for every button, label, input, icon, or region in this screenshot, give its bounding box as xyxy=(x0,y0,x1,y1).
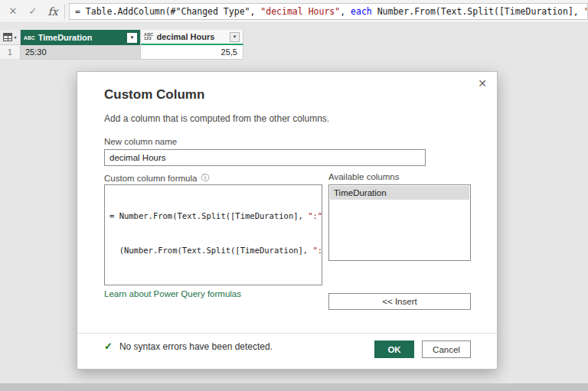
new-column-name-label: New column name xyxy=(104,137,177,146)
cancel-button[interactable]: Cancel xyxy=(422,340,471,358)
cell-timeduration[interactable]: 25:30 xyxy=(21,45,141,60)
formula-label-text: Custom column formula xyxy=(104,174,197,183)
close-icon[interactable]: ✕ xyxy=(478,77,487,90)
grid-header-row: ▾ ABC TimeDuration ▾ ABC 123 decimal Hou… xyxy=(0,30,243,45)
text-type-icon: ABC xyxy=(24,35,35,41)
commit-formula-icon[interactable]: ✓ xyxy=(23,5,43,17)
syntax-status: ✓ No syntax errors have been detected. xyxy=(104,340,273,352)
info-icon[interactable]: ⓘ xyxy=(201,172,209,184)
cell-decimal-hours[interactable]: 25,5 xyxy=(141,45,243,60)
formula-bar-divider xyxy=(64,4,65,19)
table-icon xyxy=(3,33,12,41)
corner-dropdown-icon: ▾ xyxy=(14,34,16,40)
status-check-icon: ✓ xyxy=(104,340,113,352)
ok-button[interactable]: OK xyxy=(374,340,414,358)
data-preview-grid: ▾ ABC TimeDuration ▾ ABC 123 decimal Hou… xyxy=(0,30,243,60)
new-column-name-input[interactable] xyxy=(104,149,426,166)
filter-dropdown-icon[interactable]: ▾ xyxy=(230,32,240,42)
custom-column-dialog: ✕ Custom Column Add a column that is com… xyxy=(77,71,498,370)
column-name: TimeDuration xyxy=(38,33,93,42)
any-type-icon-bottom: 123 xyxy=(144,37,154,41)
fx-icon[interactable]: fx xyxy=(43,5,63,18)
any-type-icon: ABC 123 xyxy=(144,33,154,41)
formula-bar: ✕ ✓ fx = Table.AddColumn(#"Changed Type"… xyxy=(0,0,588,23)
filter-dropdown-icon[interactable]: ▾ xyxy=(127,33,137,43)
cancel-formula-icon[interactable]: ✕ xyxy=(3,5,23,17)
dialog-title: Custom Column xyxy=(104,87,204,103)
select-all-corner[interactable]: ▾ xyxy=(0,30,21,45)
formula-input[interactable]: = Table.AddColumn(#"Changed Type", "deci… xyxy=(69,3,588,20)
custom-column-formula-editor[interactable]: = Number.From(Text.Split([TimeDuration],… xyxy=(104,184,322,285)
column-name: decimal Hours xyxy=(157,32,215,41)
footer-divider xyxy=(77,333,497,334)
formula-line: (Number.From(Text.Split([TimeDuration], … xyxy=(109,245,317,256)
window-bottom-edge xyxy=(0,383,588,391)
formula-line: = Number.From(Text.Split([TimeDuration],… xyxy=(109,210,317,222)
available-columns-list[interactable]: TimeDuration xyxy=(328,184,471,261)
learn-formulas-link[interactable]: Learn about Power Query formulas xyxy=(104,289,241,298)
insert-button[interactable]: << Insert xyxy=(328,293,471,310)
column-header-decimal-hours[interactable]: ABC 123 decimal Hours ▾ xyxy=(141,30,243,45)
dialog-subtitle: Add a column that is computed from the o… xyxy=(104,113,329,124)
list-item[interactable]: TimeDuration xyxy=(330,186,469,200)
table-row: 1 25:30 25,5 xyxy=(0,45,243,60)
status-text: No syntax errors have been detected. xyxy=(119,341,273,352)
column-header-timeduration[interactable]: ABC TimeDuration ▾ xyxy=(21,30,141,45)
available-columns-label: Available columns xyxy=(328,172,399,181)
custom-column-formula-label: Custom column formula ⓘ xyxy=(104,172,209,184)
row-number[interactable]: 1 xyxy=(0,45,21,60)
power-query-editor: ✕ ✓ fx = Table.AddColumn(#"Changed Type"… xyxy=(0,0,588,391)
